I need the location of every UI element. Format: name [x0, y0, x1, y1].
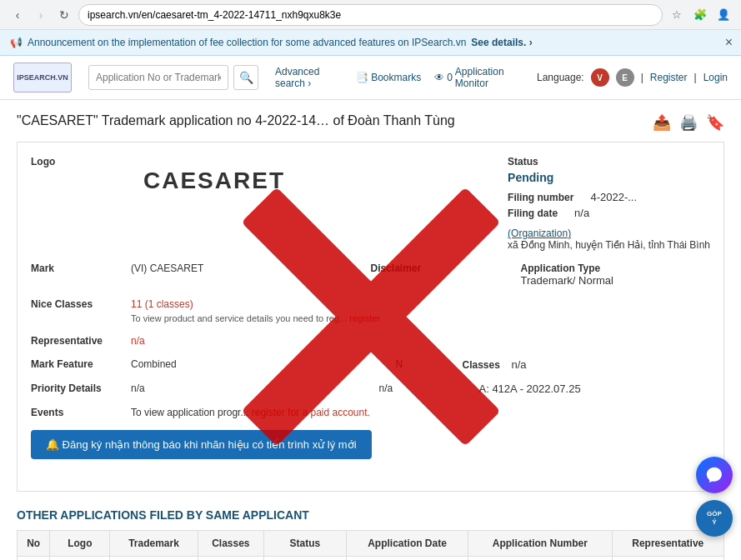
forward-button[interactable]: ›: [32, 6, 50, 24]
browser-bar: ‹ › ↻ ☆ 🧩 👤: [0, 0, 741, 30]
monitor-count: 0: [447, 72, 453, 83]
logo-area: IPSEARCH.VN: [13, 62, 72, 92]
detail-section: Logo CAESARET Status Pending Filing numb…: [17, 142, 724, 492]
see-details-link[interactable]: See details. ›: [471, 37, 532, 48]
classes-label: Classes: [463, 359, 500, 371]
cell-classes: 11: [198, 557, 263, 561]
nice-class-link[interactable]: 11 (1 classes): [131, 298, 193, 310]
bookmark-browser-icon[interactable]: ☆: [668, 6, 686, 24]
login-link[interactable]: Login: [703, 72, 728, 83]
filing-date-label: Filing date: [508, 208, 558, 219]
register-link[interactable]: Register: [650, 72, 688, 83]
print-icon[interactable]: 🖨️: [679, 113, 698, 132]
status-label: Status: [508, 156, 710, 168]
lang-en-button[interactable]: E: [616, 68, 634, 87]
announcement-text: Announcement on the implementation of fe…: [28, 37, 466, 48]
nice-class-note: To view product and service details you …: [131, 313, 710, 323]
disclaimer-label: Disclaimer: [371, 262, 471, 274]
nice-classes-label: Nice Classes: [31, 298, 131, 310]
header-right: Language: V E | Register | Login: [537, 68, 728, 87]
filing-number-label: Filing number: [508, 192, 573, 203]
logo-status-row: Logo CAESARET Status Pending Filing numb…: [31, 156, 710, 251]
notify-button[interactable]: 🔔 Đăng ký nhận thông báo khi nhãn hiệu c…: [31, 430, 372, 459]
messenger-fab[interactable]: [696, 457, 733, 493]
status-block: Status Pending Filing number 4-2022-... …: [508, 156, 710, 251]
monitor-link[interactable]: 👁 0 Application Monitor: [434, 66, 520, 89]
page-title-prefix: "CAESARET" Trademark application no 4-20…: [17, 113, 316, 128]
col-status: Status: [263, 531, 346, 557]
mark-row: Mark (VI) CAESARET Disclaimer Applicatio…: [31, 262, 710, 287]
col-classes: Classes: [198, 531, 263, 557]
mark-value: (VI) CAESARET: [131, 262, 321, 274]
share-icon[interactable]: 📤: [653, 113, 671, 132]
mark-label: Mark: [31, 262, 131, 274]
col-trademark: Trademark: [110, 531, 198, 557]
trademark-logo: CAESARET: [131, 156, 298, 206]
mark-feature-n: N: [396, 358, 429, 370]
representative-value: n/a: [131, 335, 145, 347]
other-applications-section: OTHER APPLICATIONS FILED BY SAME APPLICA…: [17, 508, 724, 560]
search-button[interactable]: 🔍: [233, 65, 258, 90]
register-account-link[interactable]: register: [349, 313, 380, 323]
bookmarks-label: Bookmarks: [371, 72, 421, 83]
owner-address: xã Đồng Minh, huyện Tiền Hải, tỉnh Thái …: [508, 239, 710, 251]
priority-a: A: 412A - 2022.07.25: [479, 382, 711, 395]
extension-icon[interactable]: 🧩: [691, 6, 709, 24]
events-text: To view application progr...: [131, 407, 248, 418]
priority-value: n/a: [131, 382, 363, 394]
site-header: IPSEARCH.VN 🔍 Advanced search › 📑 Bookma…: [0, 56, 741, 100]
priority-n2: n/a: [379, 382, 446, 394]
status-value: Pending: [508, 171, 710, 184]
announcement-close-button[interactable]: ×: [725, 35, 733, 50]
bookmarks-link[interactable]: 📑 Bookmarks: [356, 72, 421, 83]
col-logo: Logo: [50, 531, 110, 557]
col-no: No: [18, 531, 50, 557]
url-bar[interactable]: [78, 4, 663, 26]
events-row: Events To view application progr... regi…: [31, 407, 710, 418]
feedback-fab[interactable]: GÓPÝ: [696, 500, 733, 537]
priority-row: Priority Details n/a n/a A: 412A - 2022.…: [31, 382, 710, 395]
search-input[interactable]: [88, 65, 228, 90]
bookmarks-icon: 📑: [356, 72, 368, 83]
advanced-search-link[interactable]: Advanced search ›: [275, 66, 343, 89]
representative-label: Representative: [31, 335, 131, 347]
separator: |: [641, 72, 643, 83]
mark-feature-label: Mark Feature: [31, 358, 131, 370]
language-label: Language:: [537, 72, 584, 83]
search-bar: 🔍: [88, 65, 258, 90]
app-type-label: Application Type: [521, 262, 711, 274]
profile-icon[interactable]: 👤: [714, 6, 733, 24]
save-bookmark-icon[interactable]: 🔖: [706, 113, 724, 132]
cell-representative: [612, 557, 724, 561]
owner-org-link[interactable]: (Organization): [508, 228, 571, 239]
app-type-value: Trademark/ Normal: [521, 274, 711, 287]
announcement-bar: 📢 Announcement on the implementation of …: [0, 30, 741, 56]
logo-label: Logo: [31, 156, 131, 168]
lang-vn-button[interactable]: V: [591, 68, 609, 87]
cell-no: 1: [18, 557, 50, 561]
reload-button[interactable]: ↻: [55, 6, 73, 24]
mark-feature-value: Combined: [131, 358, 379, 370]
applications-table: No Logo Trademark Classes Status Applica…: [17, 530, 724, 560]
col-app-number: Application Number: [468, 531, 612, 557]
nice-classes-row: Nice Classes 11 (1 classes) To view prod…: [31, 298, 710, 323]
filing-date-value: n/a: [574, 207, 589, 219]
cell-status: [263, 557, 346, 561]
cell-trademark: CAESARET: [110, 557, 198, 561]
page-content: 📤 🖨️ 🔖 "CAESARET" Trademark application …: [0, 100, 741, 560]
separator2: |: [694, 72, 697, 83]
priority-label: Priority Details: [31, 382, 131, 394]
mark-feature-row: Mark Feature Combined N Classes n/a: [31, 358, 710, 371]
other-applications-title: OTHER APPLICATIONS FILED BY SAME APPLICA…: [17, 508, 724, 522]
events-label: Events: [31, 407, 131, 418]
representative-row: Representative n/a: [31, 335, 710, 347]
monitor-icon: 👁: [434, 72, 444, 83]
back-button[interactable]: ‹: [8, 6, 27, 24]
monitor-label: Application Monitor: [455, 66, 520, 89]
site-logo[interactable]: IPSEARCH.VN: [13, 62, 72, 92]
events-register-link[interactable]: register for a paid account.: [252, 407, 370, 418]
cell-logo: [50, 557, 110, 561]
cell-app-date: 2011-00-11: [346, 557, 468, 561]
announcement-icon: 📢: [10, 37, 23, 48]
page-title-suffix: of Đoàn Thanh Tùng: [329, 113, 455, 128]
